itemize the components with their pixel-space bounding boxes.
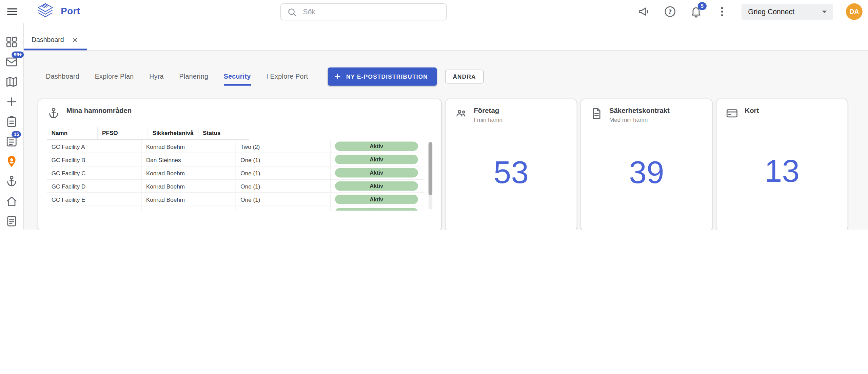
facilities-table-body[interactable]: GC Facility A Konrad Boehm Two (2) Aktiv… [47, 140, 425, 211]
cell-level: One (1) [236, 153, 330, 166]
nav-tab-dashboard[interactable]: Dashboard [38, 73, 87, 80]
column-header-status: Status [198, 127, 249, 140]
cell-level: One (1) [236, 206, 330, 211]
cell-level: Two (2) [236, 140, 330, 153]
svg-text:?: ? [668, 8, 672, 15]
table-row[interactable]: GC Facility F Konrad Boehm One (1) Aktiv [47, 206, 425, 211]
user-avatar[interactable]: DA [846, 3, 863, 20]
table-row[interactable]: GC Facility B Dan Steinnes One (1) Aktiv [47, 153, 425, 166]
cell-status: Aktiv [330, 140, 425, 153]
tab-dashboard-label: Dashboard [32, 36, 64, 44]
nav-tab-planering[interactable]: Planering [172, 73, 216, 80]
companies-count: 53 [454, 123, 568, 223]
column-header-pfso: PFSO [97, 127, 148, 140]
nav-tab-explore-plan[interactable]: Explore Plan [87, 73, 142, 80]
card-subtitle: Med min hamn [609, 116, 670, 123]
top-bar: Port ? 5 Grieg Connect [0, 0, 868, 23]
open-tabs-strip: Dashboard [24, 23, 868, 51]
tab-dashboard[interactable]: Dashboard [24, 31, 86, 50]
notifications-bell-icon[interactable]: 5 [689, 5, 703, 18]
more-options-icon[interactable] [715, 5, 729, 18]
sidebar-item-inventory[interactable] [5, 215, 18, 228]
cell-pfso: Dan Steinnes [141, 153, 236, 166]
kort-count: 13 [725, 120, 839, 223]
module-nav: Dashboard Explore Plan Hyra Planering Se… [38, 66, 854, 86]
cell-name: GC Facility F [47, 206, 141, 211]
cell-status: Aktiv [330, 153, 425, 166]
status-badge: Aktiv [335, 195, 418, 204]
document-icon [590, 107, 603, 120]
notes-count-badge: 15 [12, 131, 21, 138]
notification-count-badge: 5 [698, 2, 707, 10]
sidebar-item-mail[interactable]: 99+ [5, 55, 18, 68]
mail-count-badge: 99+ [12, 52, 24, 58]
table-row[interactable]: GC Facility A Konrad Boehm Two (2) Aktiv [47, 140, 425, 153]
anchor-icon [47, 107, 60, 120]
card-title: Företag [474, 107, 502, 115]
announcements-icon[interactable] [637, 5, 651, 18]
nav-tab-security[interactable]: Security [216, 73, 259, 80]
cell-level: One (1) [236, 193, 330, 206]
cell-status: Aktiv [330, 179, 425, 193]
organization-selector-value: Grieg Connect [748, 7, 794, 16]
table-row[interactable]: GC Facility D Konrad Boehm One (1) Aktiv [47, 179, 425, 193]
card-security-contracts: Säkerhetskontrakt Med min hamn 39 [581, 99, 712, 230]
plus-icon [333, 72, 341, 80]
app-logo-icon [35, 2, 55, 21]
column-header-level: Sikkerhetsnivå [148, 127, 198, 140]
table-scrollbar[interactable] [429, 142, 432, 210]
cell-pfso: Konrad Boehm [141, 206, 236, 211]
contracts-count: 39 [590, 123, 703, 223]
cell-pfso: Konrad Boehm [141, 140, 236, 153]
nav-tab-hyra[interactable]: Hyra [141, 73, 171, 80]
page-content: Dashboard Explore Plan Hyra Planering Se… [24, 51, 868, 230]
search-icon [287, 6, 298, 18]
sidebar-item-map[interactable] [5, 75, 18, 88]
sidebar-item-add[interactable] [5, 95, 18, 108]
status-badge: Aktiv [335, 181, 418, 191]
column-header-namn: Namn [47, 127, 98, 140]
status-badge: Aktiv [335, 168, 418, 178]
search-box[interactable] [280, 3, 447, 21]
scrollbar-thumb[interactable] [429, 142, 432, 195]
sidebar-item-assignments[interactable] [5, 115, 18, 128]
cell-status: Aktiv [330, 193, 425, 206]
cell-name: GC Facility C [47, 166, 141, 179]
chevron-down-icon [819, 6, 830, 17]
cell-name: GC Facility E [47, 193, 141, 206]
help-icon[interactable]: ? [664, 5, 677, 18]
card-title: Säkerhetskontrakt [609, 107, 670, 115]
card-subtitle: I min hamn [474, 116, 502, 123]
nav-tab-i-explore-port[interactable]: I Explore Port [258, 73, 316, 80]
organization-selector[interactable]: Grieg Connect [742, 4, 833, 20]
hamburger-menu-icon[interactable] [0, 5, 24, 18]
cell-pfso: Konrad Boehm [141, 179, 236, 193]
cell-name: GC Facility B [47, 153, 141, 166]
sidebar-item-home[interactable] [5, 195, 18, 208]
cell-status: Aktiv [330, 166, 425, 179]
app-title: Port [61, 6, 80, 17]
cell-name: GC Facility D [47, 179, 141, 193]
groups-icon [454, 107, 468, 120]
cell-level: One (1) [236, 179, 330, 193]
sidebar-item-anchor[interactable] [5, 175, 18, 188]
cell-pfso: Konrad Boehm [141, 166, 236, 179]
search-input[interactable] [302, 7, 446, 17]
new-email-distribution-button[interactable]: NY E-POSTDISTRIBUTION [328, 67, 437, 85]
table-row[interactable]: GC Facility E Konrad Boehm One (1) Aktiv [47, 193, 425, 206]
cell-pfso: Konrad Boehm [141, 193, 236, 206]
sidebar: 99+ 15 [0, 23, 24, 230]
cell-name: GC Facility A [47, 140, 141, 153]
sidebar-item-notes[interactable]: 15 [5, 135, 18, 148]
table-row[interactable]: GC Facility C Konrad Boehm One (1) Aktiv [47, 166, 425, 179]
facilities-table: Namn PFSO Sikkerhetsnivå Status [47, 127, 249, 140]
card-kort: Kort 13 [716, 99, 847, 230]
status-badge: Aktiv [335, 155, 418, 164]
cell-level: One (1) [236, 166, 330, 179]
edit-button[interactable]: ÄNDRA [445, 70, 484, 83]
close-tab-icon[interactable] [71, 36, 79, 44]
card-title: Kort [745, 107, 759, 115]
card-title: Mina hamnområden [66, 107, 132, 115]
sidebar-item-security[interactable] [5, 155, 18, 168]
sidebar-item-dashboard[interactable] [5, 35, 18, 48]
